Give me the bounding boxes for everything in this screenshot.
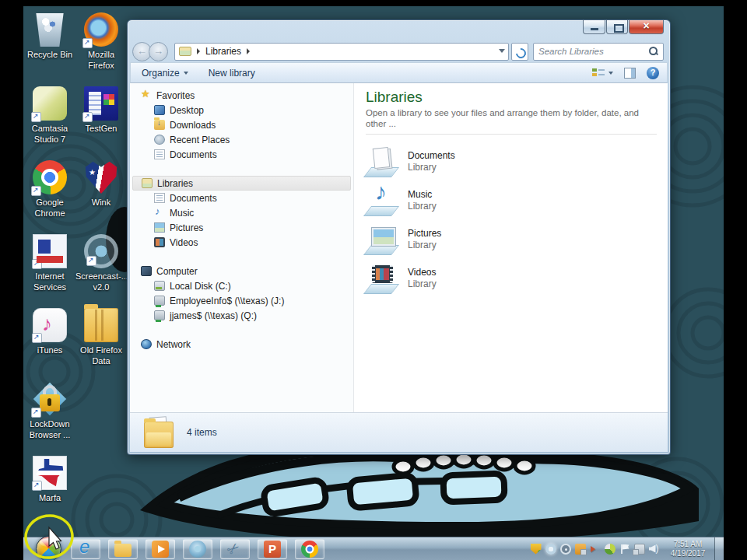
desktop-icon-old-firefox-data[interactable]: Old Firefox Data: [75, 308, 127, 367]
new-library-button[interactable]: New library: [209, 68, 255, 79]
minimize-button[interactable]: [583, 20, 605, 34]
breadcrumb-location[interactable]: Libraries: [205, 46, 241, 57]
antivirus-tray-icon[interactable]: [605, 544, 615, 555]
sidebar-item-pictures-library[interactable]: Pictures: [130, 220, 353, 235]
desktop-icon-recycle-bin[interactable]: Recycle Bin: [24, 12, 75, 61]
clock-time: 7:51 AM: [665, 540, 711, 549]
taskbar: 7:51 AM 4/19/2017: [23, 537, 724, 560]
taskbar-chrome-button[interactable]: [295, 539, 324, 559]
desktop-icon-itunes[interactable]: iTunes: [24, 308, 75, 356]
taskbar-powerpoint-button[interactable]: [258, 539, 287, 559]
preview-pane-button[interactable]: [624, 68, 636, 79]
recent-places-icon: [154, 135, 165, 145]
address-breadcrumb[interactable]: Libraries: [174, 43, 509, 61]
itunes-icon: [33, 308, 67, 342]
search-icon[interactable]: [649, 47, 658, 56]
library-item-documents[interactable]: Documents Library: [366, 142, 657, 181]
library-name[interactable]: Pictures: [408, 228, 441, 240]
taskbar-media-player-button[interactable]: [146, 539, 175, 559]
sidebar-item-local-disk-c[interactable]: Local Disk (C:): [130, 278, 353, 293]
start-button[interactable]: [36, 536, 61, 560]
refresh-button[interactable]: [511, 43, 528, 61]
close-button[interactable]: [629, 20, 664, 34]
title-bar[interactable]: [128, 20, 670, 40]
sidebar-item-recent-places[interactable]: Recent Places: [130, 132, 353, 147]
taskbar-ie-button[interactable]: [71, 539, 100, 559]
library-name[interactable]: Documents: [408, 150, 455, 162]
sidebar-item-videos-library[interactable]: Videos: [130, 235, 353, 250]
library-list: Documents Library Music Library: [366, 142, 657, 298]
desktop-icon-firefox[interactable]: Mozilla Firefox: [75, 12, 127, 72]
desktop-icon-label: Internet Services: [24, 271, 75, 293]
sidebar-item-documents-favorite[interactable]: Documents: [130, 147, 353, 162]
security-shield-icon[interactable]: [531, 544, 542, 555]
sidebar-section-network[interactable]: Network: [130, 337, 353, 352]
desktop-icon-lockdown-browser[interactable]: LockDown Browser ...: [24, 382, 75, 441]
address-dropdown-icon[interactable]: [499, 49, 505, 53]
recorder-tray-icon[interactable]: [560, 544, 571, 555]
desktop-icon-marfa[interactable]: Marfa: [24, 456, 75, 504]
help-button[interactable]: [647, 67, 659, 79]
address-bar-row: Libraries Search Libraries: [128, 40, 670, 62]
app-tray-icon[interactable]: [590, 544, 601, 555]
library-name[interactable]: Videos: [408, 267, 437, 278]
music-note-icon: [154, 208, 165, 218]
library-item-videos[interactable]: Videos Library: [366, 259, 657, 298]
desktop-icon-label: TestGen: [75, 124, 127, 135]
library-type: Library: [408, 201, 437, 212]
sidebar-item-music-library[interactable]: Music: [130, 205, 353, 220]
desktop-icon-label: Marfa: [24, 493, 75, 504]
library-item-pictures[interactable]: Pictures Library: [366, 220, 657, 259]
videos-library-icon: [366, 263, 400, 294]
desktop-icon-label: Screencast-... v2.0: [75, 271, 127, 293]
sidebar-section-favorites[interactable]: Favorites: [130, 88, 353, 103]
taskbar-snipping-tool-button[interactable]: [220, 539, 250, 559]
chevron-down-icon: [608, 72, 613, 75]
breadcrumb-arrow-icon[interactable]: [197, 48, 200, 54]
taskbar-buttons: [23, 537, 328, 560]
status-bar: 4 items: [130, 412, 668, 452]
sync-folder-tray-icon[interactable]: [575, 544, 586, 555]
volume-icon[interactable]: [649, 544, 660, 555]
desktop-icon-internet-services[interactable]: Internet Services: [24, 234, 75, 293]
desktop-icon-wink[interactable]: Wink: [75, 160, 127, 208]
search-input[interactable]: Search Libraries: [533, 43, 664, 61]
action-center-flag-icon[interactable]: [619, 544, 630, 555]
desktop-icon-chrome[interactable]: Google Chrome: [24, 160, 75, 219]
desktop-icon-screencast[interactable]: Screencast-... v2.0: [75, 234, 127, 293]
sidebar-item-desktop[interactable]: Desktop: [130, 103, 353, 117]
maximize-button[interactable]: [606, 20, 628, 34]
film-icon: [154, 237, 165, 247]
sidebar-item-employeeinfo-drive[interactable]: EmployeeInfo$ (\\texas) (J:): [130, 293, 353, 308]
forward-button[interactable]: [149, 42, 168, 61]
library-name[interactable]: Music: [408, 189, 437, 201]
sidebar-item-documents-library[interactable]: Documents: [130, 191, 353, 205]
sidebar-section-libraries[interactable]: Libraries: [132, 176, 351, 191]
show-desktop-button[interactable]: [714, 537, 724, 560]
desktop-icon-label: Wink: [75, 198, 127, 208]
desktop-icon-label: Recycle Bin: [24, 50, 75, 61]
network-status-icon[interactable]: [634, 544, 645, 555]
library-item-music[interactable]: Music Library: [366, 181, 657, 220]
downloads-folder-icon: [154, 120, 165, 130]
taskbar-explorer-button[interactable]: [108, 539, 138, 559]
taskbar-clock[interactable]: 7:51 AM 4/19/2017: [665, 540, 711, 558]
new-library-label: New library: [209, 68, 255, 79]
toolbar-right-buttons: [592, 63, 659, 82]
organize-label: Organize: [142, 68, 180, 79]
desktop-icon-testgen[interactable]: TestGen: [75, 86, 127, 135]
desktop-icon-camtasia[interactable]: Camtasia Studio 7: [24, 86, 75, 145]
taskbar-recorder-button[interactable]: [183, 539, 212, 559]
desktop-icon-label: Old Firefox Data: [75, 345, 127, 367]
sidebar-section-computer[interactable]: Computer: [130, 264, 353, 278]
organize-button[interactable]: Organize: [142, 68, 188, 79]
sidebar-gap: [130, 323, 353, 337]
breadcrumb-arrow-icon[interactable]: [247, 48, 250, 54]
sidebar-gap: [130, 250, 353, 264]
views-button[interactable]: [592, 68, 613, 79]
sidebar-item-jjames-drive[interactable]: jjames$ (\\texas) (Q:): [130, 308, 353, 323]
sidebar-item-downloads[interactable]: Downloads: [130, 117, 353, 132]
screencast-tray-icon[interactable]: [545, 544, 556, 555]
folder-icon: [114, 544, 132, 557]
chrome-icon: [301, 541, 318, 558]
